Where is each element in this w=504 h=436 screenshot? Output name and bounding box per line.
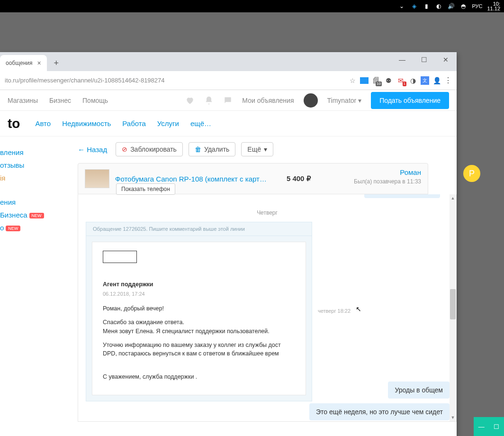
chat-scrollbar[interactable]: ▲ ▼ xyxy=(450,194,456,421)
gmail-icon[interactable]: ✉1 xyxy=(396,76,405,85)
day-separator: Четверг xyxy=(78,209,456,216)
product-thumbnail[interactable] xyxy=(85,169,109,188)
min-icon[interactable]: — xyxy=(478,423,485,430)
maximize-button[interactable]: ☐ xyxy=(413,52,435,67)
browser-menu[interactable]: ⋮ xyxy=(444,76,452,85)
nav-shops[interactable]: Магазины xyxy=(8,97,38,104)
steam-icon[interactable]: ◐ xyxy=(435,2,442,10)
letter-agent: Агент поддержки xyxy=(103,280,295,289)
close-button[interactable]: ✕ xyxy=(435,52,457,67)
sidebar-item[interactable]: вления xyxy=(0,146,75,159)
letter-logo-box xyxy=(103,251,137,263)
trash-icon: 🗑 xyxy=(195,145,201,153)
username[interactable]: Timynator ▾ xyxy=(327,97,362,104)
show-phone-button[interactable]: Показать телефон xyxy=(116,183,175,195)
cat-auto[interactable]: Авто xyxy=(35,119,51,127)
scroll-thumb[interactable] xyxy=(450,289,456,319)
messenger-pane: ← Назад ⊘Заблокировать 🗑Удалить Ещё ▾ Фо… xyxy=(78,136,457,436)
scroll-down-icon[interactable]: ▼ xyxy=(450,414,456,421)
profile-icon[interactable]: 👤 xyxy=(432,76,441,85)
block-button[interactable]: ⊘Заблокировать xyxy=(116,142,183,156)
letter-text: Спасибо за ожидание ответа. Меня зовут Е… xyxy=(103,318,295,336)
ext-icon-counter[interactable]: 🗐10 xyxy=(371,76,381,85)
box-icon[interactable]: ☐ xyxy=(494,423,499,430)
telegram-icon[interactable]: ◈ xyxy=(410,2,418,10)
peer-status: Был(а) позавчера в 11:33 xyxy=(354,178,421,185)
letter-timestamp: 06.12.2018, 17:24 xyxy=(103,290,295,298)
message-timestamp: четверг 18:22 xyxy=(318,308,351,314)
site-header: Магазины Бизнес Помощь Мои объявления Ti… xyxy=(0,90,457,111)
nav-help[interactable]: Помощь xyxy=(82,97,108,104)
letter-signature: С уважением, служба поддержки . xyxy=(103,372,295,382)
peer-name[interactable]: Роман xyxy=(354,168,421,176)
translate-icon[interactable]: 文 xyxy=(421,76,429,85)
bell-icon[interactable] xyxy=(204,96,214,105)
message-bubble: Уроды в общем xyxy=(388,382,450,399)
taskbar-clock[interactable]: 10: 11.12 xyxy=(487,1,500,11)
minimize-button[interactable]: — xyxy=(391,52,413,67)
tab-title: ообщения xyxy=(6,60,32,66)
post-ad-button[interactable]: Подать объявление xyxy=(371,92,449,109)
cat-services[interactable]: Услуги xyxy=(157,119,179,127)
volume-icon[interactable]: 🔊 xyxy=(447,2,455,10)
chat-body: Четверг Обращение 12726025. Пишите комме… xyxy=(78,194,457,422)
support-letter: Агент поддержки 06.12.2018, 17:24 Роман,… xyxy=(92,242,306,395)
letter-greeting: Роман, добрый вечер! xyxy=(103,304,295,313)
chevron-down-icon[interactable]: ⌄ xyxy=(398,2,405,10)
category-bar: to Авто Недвижимость Работа Услуги ещё… xyxy=(0,111,457,136)
more-button[interactable]: Ещё ▾ xyxy=(241,142,273,156)
sidebar: вления отзывы ія ения БизнесаNEW оNEW xyxy=(0,136,78,436)
chat-icon[interactable] xyxy=(223,96,233,105)
nav-business[interactable]: Бизнес xyxy=(49,97,71,104)
new-tab-button[interactable]: + xyxy=(50,56,63,70)
star-icon[interactable]: ☆ xyxy=(348,76,357,85)
letter-text: Уточню информацию по вашему заказу у кол… xyxy=(103,341,295,359)
cat-more[interactable]: ещё… xyxy=(190,119,211,127)
chat-header: Фотобумага Canon RP-108 (комплект с карт… xyxy=(78,163,428,194)
peer-avatar[interactable]: Р xyxy=(463,165,480,182)
close-icon[interactable]: × xyxy=(37,59,41,67)
browser-window: ообщения × + — ☐ ✕ ito.ru/profile/messen… xyxy=(0,52,457,436)
message-bubble-partial xyxy=(364,194,440,198)
browser-tabstrip: ообщения × + — ☐ ✕ xyxy=(0,52,457,71)
attachment-header: Обращение 12726025. Пишите комментарий в… xyxy=(86,222,312,236)
task-switcher[interactable]: — ☐ xyxy=(474,417,504,436)
avatar[interactable] xyxy=(304,93,318,108)
ext-icon-globe[interactable]: ◑ xyxy=(408,76,418,85)
os-taskbar: ⌄ ◈ ▮ ◐ 🔊 ◓ РУС 10: 11.12 xyxy=(0,0,504,12)
peer-info: Роман Был(а) позавчера в 11:33 xyxy=(354,168,421,185)
sidebar-item[interactable]: БизнесаNEW xyxy=(0,209,75,221)
message-attachment[interactable]: Обращение 12726025. Пишите комментарий в… xyxy=(86,222,312,401)
cursor-icon: ↖ xyxy=(356,305,361,313)
scroll-up-icon[interactable]: ▲ xyxy=(450,194,456,202)
window-controls: — ☐ ✕ xyxy=(391,52,457,67)
product-price: 5 400 ₽ xyxy=(287,174,311,183)
network-icon[interactable]: ◓ xyxy=(459,2,467,10)
product-title[interactable]: Фотобумага Canon RP-108 (комплект с карт… xyxy=(115,175,267,183)
browser-tab[interactable]: ообщения × xyxy=(0,55,47,71)
message-bubble: Это ещё неделя, но это лучше чем сидет xyxy=(309,403,450,420)
sidebar-item[interactable]: отзывы xyxy=(0,159,75,172)
ext-icon-blue[interactable] xyxy=(360,77,369,84)
heart-icon[interactable] xyxy=(185,96,195,105)
sidebar-item[interactable]: оNEW xyxy=(0,221,75,234)
cat-realty[interactable]: Недвижимость xyxy=(62,119,111,127)
sidebar-item[interactable]: ения xyxy=(0,196,75,209)
back-link[interactable]: ← Назад xyxy=(78,145,107,154)
tray-icon-1[interactable]: ▮ xyxy=(423,2,430,10)
block-icon: ⊘ xyxy=(122,145,127,153)
browser-urlbar: ito.ru/profile/messenger/channel/u2i-108… xyxy=(0,71,457,90)
my-ads-link[interactable]: Мои объявления xyxy=(242,97,294,104)
delete-button[interactable]: 🗑Удалить xyxy=(189,142,235,156)
cat-jobs[interactable]: Работа xyxy=(122,119,146,127)
url-text[interactable]: ito.ru/profile/messenger/channel/u2i-108… xyxy=(5,77,165,84)
sidebar-item[interactable]: ія xyxy=(0,172,75,184)
chat-toolbar: ← Назад ⊘Заблокировать 🗑Удалить Ещё ▾ xyxy=(78,136,457,163)
lang-indicator[interactable]: РУС xyxy=(472,3,482,9)
ext-icon-dots[interactable]: ⚉ xyxy=(384,76,393,85)
site-logo[interactable]: to xyxy=(8,116,20,131)
